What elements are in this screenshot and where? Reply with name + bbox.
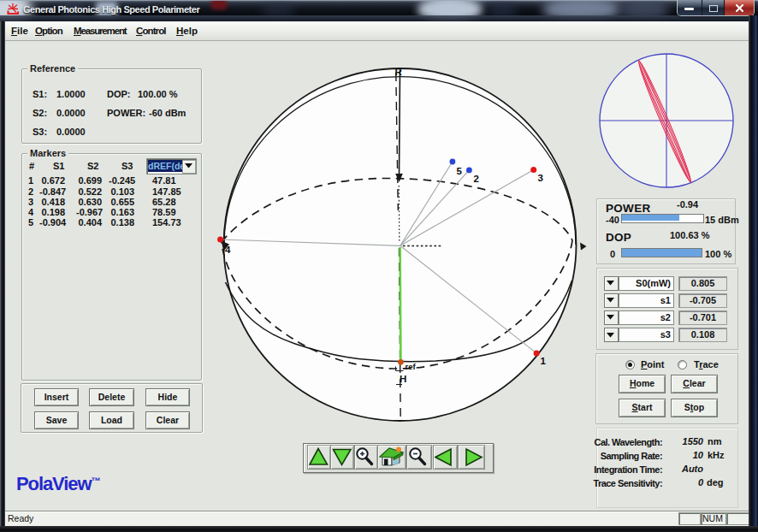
svg-text:3: 3 xyxy=(538,173,543,183)
svg-text:2: 2 xyxy=(474,174,479,184)
svg-text:4: 4 xyxy=(225,245,231,255)
svg-text:1: 1 xyxy=(541,356,547,366)
svg-text:H: H xyxy=(400,374,406,384)
svg-text:R: R xyxy=(395,67,403,77)
svg-text:5: 5 xyxy=(457,166,463,176)
svg-text:ref: ref xyxy=(406,362,417,371)
